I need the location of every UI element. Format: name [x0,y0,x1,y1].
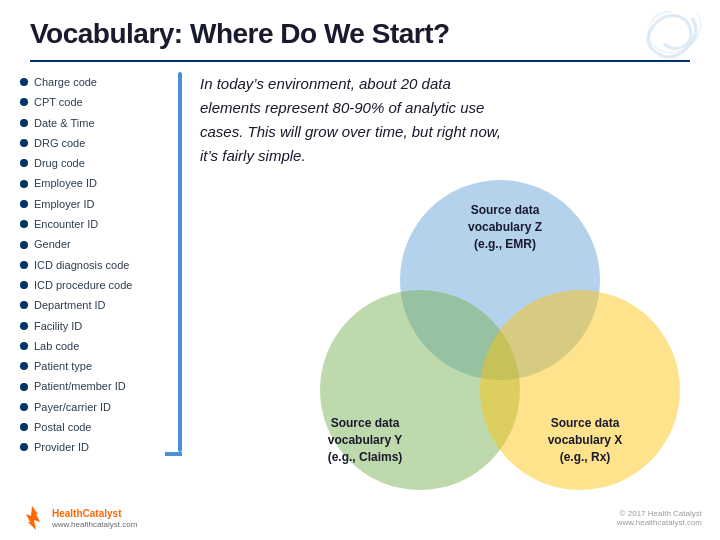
venn-label-x: Source data vocabulary X (e.g., Rx) [535,415,635,465]
bullet-icon [20,241,28,249]
page-title: Vocabulary: Where Do We Start? [30,18,450,50]
bullet-icon [20,383,28,391]
list-item: Drug code [20,153,180,173]
list-item: Gender [20,234,180,254]
bullet-icon [20,180,28,188]
bullet-icon [20,78,28,86]
venn-diagram: Source data vocabulary Z (e.g., EMR) Sou… [200,160,700,490]
copyright-text: © 2017 Health Catalyst www.healthcatalys… [617,509,702,527]
list-item: Charge code [20,72,180,92]
bullet-icon [20,423,28,431]
bullet-icon [20,139,28,147]
list-item: Patient/member ID [20,376,180,396]
bullet-icon [20,261,28,269]
bullet-icon [20,403,28,411]
bullet-icon [20,301,28,309]
page: Vocabulary: Where Do We Start? Charge co… [0,0,720,540]
list-item: Postal code [20,417,180,437]
list-item: Encounter ID [20,214,180,234]
list-item: Department ID [20,295,180,315]
sidebar-bracket [178,72,182,452]
footer: HealthCatalyst www.healthcatalyst.com © … [0,504,720,532]
list-item: CPT code [20,92,180,112]
list-item: Date & Time [20,113,180,133]
venn-label-z: Source data vocabulary Z (e.g., EMR) [460,202,550,252]
bullet-icon [20,98,28,106]
list-item: ICD procedure code [20,275,180,295]
bullet-icon [20,362,28,370]
list-item-employee-id: Employee ID [20,173,180,193]
list-item-employer-id: Employer ID [20,194,180,214]
sidebar-bracket-bottom [165,452,182,456]
bullet-icon [20,200,28,208]
venn-label-y: Source data vocabulary Y (e.g., Claims) [315,415,415,465]
list-item: ICD diagnosis code [20,255,180,275]
list-item: DRG code [20,133,180,153]
sidebar: Charge code CPT code Date & Time DRG cod… [20,72,180,458]
bullet-icon [20,342,28,350]
bullet-icon [20,281,28,289]
list-item: Provider ID [20,437,180,457]
bullet-icon [20,220,28,228]
health-catalyst-logo-icon [18,504,46,532]
logo-name: HealthCatalyst [52,508,137,520]
list-item-facility-id: Facility ID [20,316,180,336]
list-item-payer-carrier: Payer/carrier ID [20,397,180,417]
footer-logo: HealthCatalyst www.healthcatalyst.com [18,504,137,532]
list-item-patient-type: Patient type [20,356,180,376]
logo-url: www.healthcatalyst.com [52,520,137,529]
main-description: In today’s environment, about 20 data el… [200,72,510,168]
bullet-icon [20,443,28,451]
svg-marker-0 [26,506,40,530]
bullet-icon [20,119,28,127]
list-item: Lab code [20,336,180,356]
swirl-icon [642,8,702,68]
title-underline [30,60,690,62]
bullet-icon [20,322,28,330]
bullet-icon [20,159,28,167]
